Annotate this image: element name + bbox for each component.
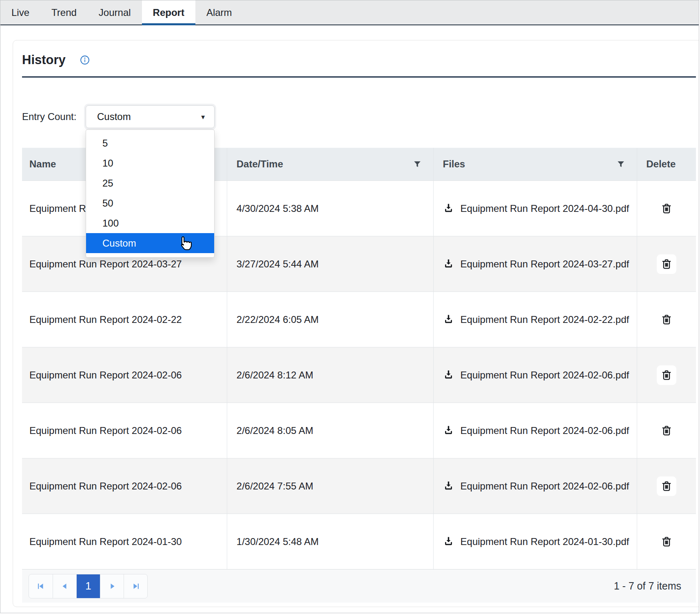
table-row: Equipment Run Report 2024-02-06 2/6/2024…	[22, 458, 696, 514]
delete-button[interactable]	[657, 421, 676, 440]
pagination-bar: 1 1 - 7 of 7 items	[22, 569, 696, 603]
entry-count-option-50[interactable]: 50	[86, 193, 214, 213]
download-icon	[443, 369, 454, 380]
pagination-range-label: 1 - 7 of 7 items	[614, 580, 681, 592]
entry-count-option-custom[interactable]: Custom	[86, 233, 214, 253]
delete-button[interactable]	[657, 365, 676, 385]
delete-button[interactable]	[657, 310, 676, 329]
file-download-link[interactable]: Equipment Run Report 2024-02-06.pdf	[443, 476, 629, 496]
report-datetime: 2/6/2024 8:12 AM	[237, 369, 313, 381]
download-icon	[443, 425, 454, 436]
file-download-link[interactable]: Equipment Run Report 2024-03-27.pdf	[443, 254, 629, 274]
report-datetime: 1/30/2024 5:48 AM	[237, 536, 319, 547]
report-name: Equipment Run Report 2024-01-30	[29, 536, 182, 547]
tab-report[interactable]: Report	[142, 0, 195, 24]
download-icon	[443, 536, 454, 547]
tab-live[interactable]: Live	[0, 0, 40, 24]
column-header-datetime: Date/Time	[237, 158, 283, 170]
tab-bar: Live Trend Journal Report Alarm	[0, 0, 699, 25]
file-download-link[interactable]: Equipment Run Report 2024-02-06.pdf	[443, 365, 629, 385]
report-datetime: 3/27/2024 5:44 AM	[237, 258, 319, 270]
tab-trend[interactable]: Trend	[40, 0, 88, 24]
file-download-link[interactable]: Equipment Run Report 2024-04-30.pdf	[443, 199, 629, 218]
tab-journal[interactable]: Journal	[88, 0, 142, 24]
history-panel: History Entry Count: Custom ▼ 5 10 25	[13, 40, 699, 607]
first-page-button[interactable]	[29, 574, 53, 598]
trash-icon	[660, 314, 673, 326]
filter-icon[interactable]	[413, 160, 422, 169]
table-row: Equipment Run Report 2024-01-30 1/30/202…	[22, 514, 696, 569]
chevron-down-icon: ▼	[200, 113, 206, 120]
entry-count-dropdown: 5 10 25 50 100 Custom	[86, 129, 215, 258]
trash-icon	[660, 258, 673, 270]
entry-count-option-5[interactable]: 5	[86, 133, 214, 153]
entry-count-select[interactable]: Custom ▼ 5 10 25 50 100 Custom	[86, 105, 215, 128]
column-header-delete: Delete	[646, 158, 676, 170]
table-row: Equipment Run Report 2024-02-06 2/6/2024…	[22, 347, 696, 403]
trash-icon	[660, 480, 673, 492]
filter-icon[interactable]	[616, 160, 625, 169]
entry-count-option-25[interactable]: 25	[86, 173, 214, 193]
entry-count-option-100[interactable]: 100	[86, 213, 214, 233]
entry-count-selected-value: Custom	[97, 111, 131, 122]
entry-count-label: Entry Count:	[22, 111, 86, 122]
tab-alarm[interactable]: Alarm	[195, 0, 243, 24]
file-download-link[interactable]: Equipment Run Report 2024-01-30.pdf	[443, 532, 629, 552]
report-name: Equipment Run Report 2024-03-27	[29, 258, 182, 270]
report-datetime: 2/6/2024 7:55 AM	[237, 481, 313, 492]
column-header-files: Files	[443, 158, 465, 170]
last-page-button[interactable]	[124, 574, 147, 598]
report-datetime: 2/6/2024 8:05 AM	[237, 425, 313, 436]
file-download-link[interactable]: Equipment Run Report 2024-02-06.pdf	[443, 421, 629, 440]
delete-button[interactable]	[657, 199, 676, 218]
trash-icon	[660, 369, 673, 381]
report-datetime: 2/22/2024 6:05 AM	[237, 314, 319, 325]
report-name: Equipment Run Report 2024-02-06	[29, 425, 182, 436]
trash-icon	[660, 202, 673, 215]
entry-count-option-10[interactable]: 10	[86, 153, 214, 173]
info-icon[interactable]	[80, 55, 90, 65]
delete-button[interactable]	[657, 532, 676, 552]
trash-icon	[660, 425, 673, 437]
download-icon	[443, 480, 454, 491]
page-1-button[interactable]: 1	[76, 574, 100, 598]
app-window: Live Trend Journal Report Alarm History …	[0, 0, 699, 613]
file-download-link[interactable]: Equipment Run Report 2024-02-22.pdf	[443, 310, 629, 329]
report-name: Equipment Run Report 2024-02-06	[29, 481, 182, 492]
delete-button[interactable]	[657, 254, 676, 274]
report-name: Equipment Run Report 2024-02-06	[29, 369, 182, 381]
next-page-button[interactable]	[100, 574, 124, 598]
delete-button[interactable]	[657, 476, 676, 496]
page-title: History	[22, 53, 66, 67]
pagination-controls: 1	[29, 574, 148, 598]
last-page-icon	[131, 581, 141, 591]
download-icon	[443, 202, 454, 214]
chevron-left-icon	[60, 581, 70, 591]
report-datetime: 4/30/2024 5:38 AM	[237, 203, 319, 214]
table-row: Equipment Run Report 2024-02-06 2/6/2024…	[22, 403, 696, 458]
download-icon	[443, 258, 454, 269]
first-page-icon	[36, 581, 46, 591]
report-name: Equipment Run Report 2024-02-22	[29, 314, 182, 325]
title-divider	[22, 76, 696, 78]
chevron-right-icon	[107, 581, 117, 591]
trash-icon	[660, 536, 673, 548]
table-row: Equipment Run Report 2024-02-22 2/22/202…	[22, 291, 696, 347]
previous-page-button[interactable]	[53, 574, 76, 598]
download-icon	[443, 314, 454, 325]
column-header-name: Name	[29, 158, 56, 170]
